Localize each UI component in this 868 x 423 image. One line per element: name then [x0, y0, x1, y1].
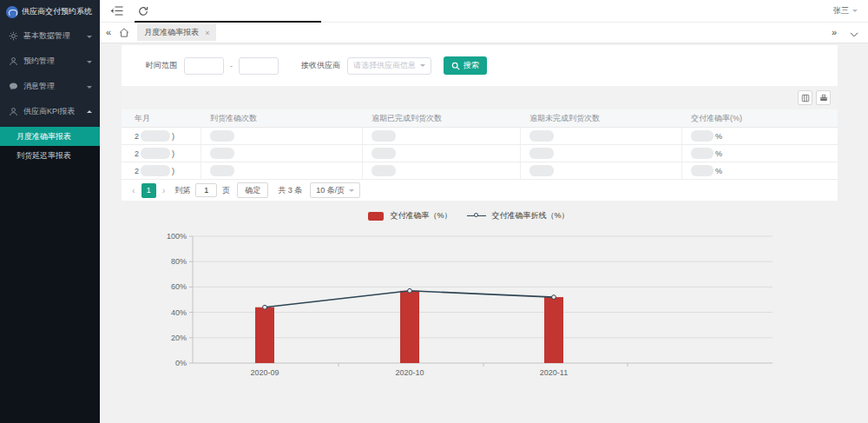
cell-overdue-done-count: [363, 145, 521, 162]
tabs-menu-icon[interactable]: [850, 25, 858, 41]
sidebar-item-label: 基本数据管理: [23, 30, 82, 42]
table-row: 2) %: [122, 162, 838, 180]
legend-line-label[interactable]: 交付准确率折线（%）: [492, 210, 569, 221]
sidebar-item-label: 消息管理: [23, 81, 82, 92]
chevron-down-icon: [87, 36, 92, 41]
caret-down-icon: [852, 10, 858, 15]
sidebar-item-kpi-report[interactable]: 供应商KPI报表: [0, 99, 100, 124]
tab-close-icon[interactable]: ×: [205, 29, 209, 37]
cell-year-month: 2): [122, 145, 201, 162]
redacted-value: [691, 165, 713, 176]
date-to-input[interactable]: [239, 57, 279, 75]
table-row: 2) %: [122, 145, 838, 162]
svg-text:80%: 80%: [171, 257, 187, 266]
gear-icon: [9, 31, 18, 41]
tab-label: 月度准确率报表: [144, 27, 199, 38]
caret-down-icon: [349, 189, 354, 195]
redacted-value: [210, 165, 234, 176]
redacted-value: [529, 148, 554, 159]
export-button[interactable]: [816, 90, 831, 105]
sidebar-item-delivery-delay-report[interactable]: 到货延迟率报表: [0, 146, 100, 165]
table-toolbar: [122, 86, 838, 109]
svg-text:100%: 100%: [167, 232, 187, 241]
top-toolbar: 张三: [100, 0, 868, 23]
home-icon[interactable]: [119, 28, 129, 37]
tab-bar-actions: »: [832, 25, 868, 41]
table-header: 年月 到货准确次数 逾期已完成到货次数 逾期未完成到货次数 交付准确率(%): [122, 109, 838, 128]
redacted-value: [141, 165, 170, 176]
user-name: 张三: [833, 5, 849, 17]
collapse-sidebar-icon[interactable]: [107, 2, 126, 21]
next-page-icon[interactable]: ›: [162, 186, 166, 195]
sidebar-submenu: 月度准确率报表 到货延迟率报表: [0, 127, 100, 165]
chevron-up-icon: [87, 108, 92, 113]
cell-overdue-undone-count: [521, 145, 682, 162]
app-window: 供应商交付预约系统 基本数据管理 预约管理 消息管理 供应商KPI报表: [0, 0, 868, 423]
redacted-value: [691, 148, 713, 159]
export-icon: [819, 94, 828, 102]
column-settings-button[interactable]: [798, 90, 812, 105]
redacted-value: [141, 148, 170, 159]
main-content: 时间范围 - 接收供应商 请选择供应商信息 搜索: [100, 43, 868, 423]
search-icon: [451, 62, 460, 70]
page-jump-input[interactable]: [195, 183, 217, 197]
legend-line-swatch[interactable]: [467, 215, 486, 216]
submenu-item-label: 月度准确率报表: [16, 131, 71, 142]
chevron-down-icon: [87, 61, 92, 66]
user-icon: [9, 56, 18, 66]
message-icon: [9, 82, 18, 91]
supplier-select[interactable]: 请选择供应商信息: [347, 57, 431, 75]
app-logo-icon: [6, 6, 18, 18]
svg-text:0%: 0%: [175, 359, 187, 367]
redacted-value: [529, 165, 554, 176]
app-brand: 供应商交付预约系统: [0, 0, 100, 23]
tab-bar: « 月度准确率报表 × »: [100, 23, 868, 43]
filter-bar: 时间范围 - 接收供应商 请选择供应商信息 搜索: [122, 45, 838, 86]
refresh-icon[interactable]: [134, 2, 153, 21]
columns-icon: [801, 94, 810, 102]
cell-accurate-count: [201, 162, 363, 180]
tab-monthly-accuracy-report[interactable]: 月度准确率报表 ×: [137, 24, 216, 41]
page-number-button[interactable]: 1: [141, 183, 156, 198]
supplier-select-placeholder: 请选择供应商信息: [353, 60, 420, 71]
sidebar-item-label: 预约管理: [23, 56, 82, 67]
sidebar-item-message[interactable]: 消息管理: [0, 74, 100, 99]
page-size-select[interactable]: 10 条/页: [310, 182, 360, 198]
range-separator: -: [230, 62, 233, 70]
app-title: 供应商交付预约系统: [22, 6, 92, 17]
redacted-value: [691, 130, 713, 142]
sidebar-item-label: 供应商KPI报表: [23, 106, 82, 117]
pagination: ‹ 1 › 到第 页 确定 共 3 条 10 条/页: [122, 180, 838, 201]
prev-page-icon[interactable]: ‹: [132, 186, 135, 195]
confirm-page-button[interactable]: 确定: [237, 182, 268, 198]
cell-year-month: 2): [122, 162, 201, 180]
table-row: 2) %: [122, 128, 838, 145]
sidebar-item-monthly-accuracy-report[interactable]: 月度准确率报表: [0, 127, 100, 146]
page-unit-label: 页: [222, 185, 230, 196]
svg-text:20%: 20%: [171, 334, 187, 342]
tabs-scroll-left-icon[interactable]: «: [106, 28, 111, 37]
time-range-label: 时间范围: [146, 60, 177, 71]
column-header: 逾期已完成到货次数: [363, 109, 521, 128]
jump-to-label: 到第: [174, 185, 190, 196]
redacted-value: [210, 130, 234, 142]
cell-overdue-undone-count: [521, 162, 682, 180]
user-menu[interactable]: 张三: [833, 5, 858, 17]
chart-legend: 交付准确率（%） 交付准确率折线（%）: [100, 210, 838, 221]
svg-text:2020-09: 2020-09: [250, 368, 279, 377]
tabs-scroll-right-icon[interactable]: »: [832, 28, 837, 37]
legend-bar-label[interactable]: 交付准确率（%）: [390, 210, 451, 221]
search-button[interactable]: 搜索: [444, 56, 487, 75]
sidebar-top-section: 供应商交付预约系统 基本数据管理 预约管理 消息管理 供应商KPI报表: [0, 0, 100, 127]
svg-text:2020-11: 2020-11: [540, 368, 568, 377]
sidebar-item-basic-data[interactable]: 基本数据管理: [0, 23, 100, 49]
column-header: 年月: [122, 109, 201, 128]
cell-accuracy-rate: %: [682, 128, 838, 145]
cell-overdue-done-count: [363, 128, 521, 145]
sidebar-item-reservation[interactable]: 预约管理: [0, 49, 100, 74]
accuracy-chart: 0%20%40%60%80%100%2020-092020-102020-11: [156, 230, 781, 382]
column-header: 逾期未完成到货次数: [521, 109, 682, 128]
date-from-input[interactable]: [184, 57, 224, 75]
redacted-value: [529, 130, 554, 142]
legend-bar-swatch[interactable]: [368, 212, 384, 221]
